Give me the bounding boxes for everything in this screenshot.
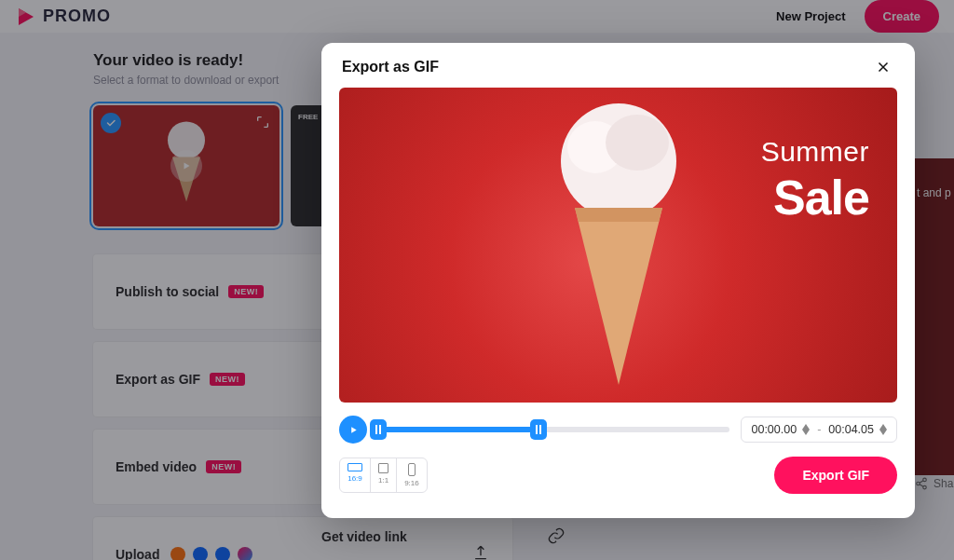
chevron-down-icon: [802, 430, 810, 435]
modal-title: Export as GIF: [342, 59, 439, 75]
play-icon: [348, 425, 359, 435]
trim-handle-end[interactable]: [530, 419, 547, 440]
ratio-1-1[interactable]: 1:1: [371, 458, 397, 492]
trim-handle-start[interactable]: [370, 419, 387, 440]
time-start-stepper[interactable]: [802, 424, 810, 435]
export-gif-button[interactable]: Export GIF: [774, 457, 897, 494]
svg-rect-11: [375, 425, 377, 434]
close-button[interactable]: [872, 56, 894, 78]
close-icon: [875, 59, 892, 75]
time-end-stepper[interactable]: [879, 424, 887, 435]
play-button[interactable]: [339, 416, 367, 444]
export-gif-modal: Export as GIF Summer Sale: [321, 43, 915, 518]
time-range-input[interactable]: 00:00.00 - 00:04.05: [741, 417, 897, 443]
svg-rect-14: [539, 425, 541, 434]
ratio-16-9[interactable]: 16:9: [340, 458, 371, 492]
svg-marker-10: [575, 208, 662, 385]
svg-point-9: [606, 115, 669, 171]
chevron-down-icon: [879, 430, 887, 435]
preview-text-1: Summer: [761, 136, 869, 168]
svg-rect-12: [379, 425, 381, 434]
trim-slider[interactable]: [378, 416, 729, 444]
ratio-label: 9:16: [404, 479, 419, 487]
ratio-label: 16:9: [348, 474, 362, 483]
time-end: 00:04.05: [828, 423, 874, 436]
gif-preview: Summer Sale: [339, 88, 897, 403]
svg-rect-13: [536, 425, 538, 434]
ratio-label: 1:1: [378, 476, 388, 485]
time-start: 00:00.00: [751, 423, 797, 436]
preview-text-2: Sale: [773, 170, 869, 225]
icecream-illustration: [539, 96, 698, 394]
aspect-ratio-picker: 16:9 1:1 9:16: [339, 458, 428, 493]
ratio-9-16[interactable]: 9:16: [397, 458, 427, 492]
